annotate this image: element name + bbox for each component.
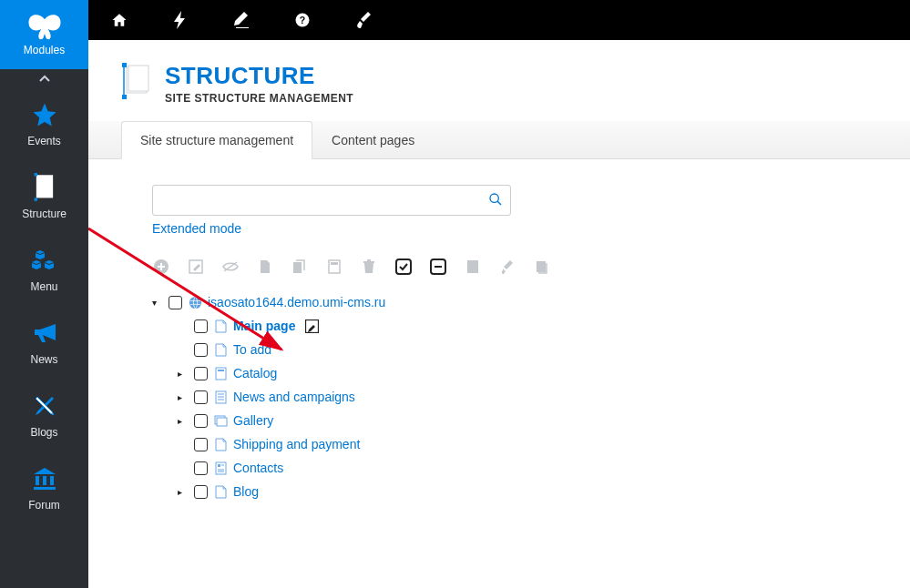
minus-square-icon: [430, 259, 446, 275]
svg-rect-20: [467, 260, 478, 273]
tree-checkbox[interactable]: [194, 390, 208, 404]
svg-rect-0: [36, 175, 52, 198]
toolbar-ext2[interactable]: [498, 258, 516, 276]
chevron-up-icon: [38, 74, 51, 83]
tree-item-shipping[interactable]: Shipping and payment: [233, 437, 360, 451]
toolbar-template[interactable]: [325, 258, 343, 276]
toolbar-checkall[interactable]: [394, 258, 413, 276]
butterfly-icon: [26, 13, 64, 42]
sidebar-item-label: Structure: [22, 208, 66, 220]
tree-row: ▸ Catalog: [178, 361, 910, 385]
copy-icon: [292, 259, 307, 274]
sidebar-item-label: Menu: [30, 280, 57, 293]
svg-rect-23: [216, 368, 226, 380]
svg-point-10: [490, 194, 498, 202]
toolbar-edit[interactable]: [187, 258, 205, 276]
plus-circle-icon: [153, 259, 169, 275]
template-icon: [328, 259, 341, 274]
tree-checkbox[interactable]: [194, 367, 208, 380]
search-icon[interactable]: [488, 192, 503, 209]
sidebar-header-label: Modules: [24, 44, 65, 56]
stack-icon: [535, 259, 549, 274]
page-icon: [213, 319, 228, 333]
tree-item-catalog[interactable]: Catalog: [233, 366, 277, 380]
tree-row: ▸ Main page: [178, 314, 910, 338]
tree-checkbox[interactable]: [194, 343, 208, 357]
bolt-icon: [174, 11, 187, 29]
svg-rect-32: [218, 464, 220, 467]
toolbar-copy1[interactable]: [256, 258, 274, 276]
tree-checkbox[interactable]: [169, 296, 182, 309]
tree-checkbox[interactable]: [194, 438, 208, 451]
tree-item-blog[interactable]: Blog: [233, 484, 259, 499]
tree: ▾ isaosato1644.demo.umi-cms.ru ▸ Main pa…: [152, 290, 910, 503]
svg-rect-30: [217, 418, 227, 426]
tree-item-main-page[interactable]: Main page: [233, 319, 295, 333]
tree-checkbox[interactable]: [194, 319, 208, 333]
sidebar-collapse[interactable]: [0, 69, 88, 87]
toolbar-visibility[interactable]: [221, 258, 240, 276]
tree-row: ▸ Contacts: [178, 456, 910, 480]
megaphone-icon: [31, 319, 58, 348]
home-icon: [111, 12, 128, 28]
topbar-cache[interactable]: [149, 0, 210, 40]
extended-mode-link[interactable]: Extended mode: [152, 221, 910, 236]
svg-rect-7: [122, 63, 127, 67]
tree-checkbox[interactable]: [194, 414, 208, 428]
tab-structure-management[interactable]: Site structure management: [121, 121, 312, 159]
sidebar-item-menu[interactable]: Menu: [0, 233, 88, 306]
topbar-help[interactable]: ?: [271, 0, 332, 40]
tree-arrow-down[interactable]: ▾: [152, 298, 163, 308]
tree-item-news[interactable]: News and campaigns: [233, 390, 355, 404]
page-icon: [213, 437, 228, 451]
sidebar-item-events[interactable]: Events: [0, 87, 88, 160]
topbar-brush[interactable]: [332, 0, 394, 40]
toolbar-delete[interactable]: [360, 258, 378, 276]
sidebar-item-news[interactable]: News: [0, 306, 88, 379]
sidebar-modules-header[interactable]: Modules: [0, 0, 88, 69]
toolbar-add[interactable]: [152, 258, 170, 276]
page-title: STRUCTURE: [165, 62, 353, 90]
toolbar-ext3[interactable]: [533, 258, 551, 276]
tree-arrow[interactable]: ▸: [178, 416, 189, 426]
edit-inline-icon[interactable]: [304, 319, 319, 333]
page-icon: [213, 484, 228, 499]
svg-line-11: [497, 201, 501, 205]
tree-root-link[interactable]: isaosato1644.demo.umi-cms.ru: [208, 295, 385, 309]
toolbar-copy2[interactable]: [291, 258, 309, 276]
page-header: STRUCTURE SITE STRUCTURE MANAGEMENT: [88, 40, 910, 121]
search-box: [152, 185, 511, 216]
check-square-icon: [395, 259, 412, 275]
toolbar-ext1[interactable]: [464, 258, 482, 276]
tree-item-to-add[interactable]: To add: [233, 342, 271, 357]
news-icon: [213, 390, 228, 404]
toolbar: [152, 258, 910, 276]
tree-row: ▸ Blog: [178, 480, 910, 503]
tree-checkbox[interactable]: [194, 461, 208, 475]
search-input[interactable]: [160, 193, 488, 208]
page-header-icon: [121, 62, 152, 100]
tabs: Site structure management Content pages: [88, 121, 910, 159]
brush-small-icon: [501, 259, 514, 274]
tab-content-pages[interactable]: Content pages: [312, 121, 434, 159]
sidebar-item-label: Events: [27, 135, 61, 147]
svg-rect-31: [216, 462, 226, 474]
tree-item-contacts[interactable]: Contacts: [233, 461, 283, 475]
file-check-icon: [466, 259, 479, 274]
topbar: ?: [88, 0, 910, 40]
tree-arrow[interactable]: ▸: [178, 392, 189, 402]
topbar-edit[interactable]: [210, 0, 271, 40]
sidebar-item-blogs[interactable]: Blogs: [0, 379, 88, 451]
tree-arrow[interactable]: ▸: [178, 487, 189, 497]
svg-rect-8: [122, 95, 127, 99]
sidebar-item-structure[interactable]: Structure: [0, 160, 88, 233]
topbar-home[interactable]: [88, 0, 149, 40]
tree-arrow[interactable]: ▸: [178, 369, 189, 379]
tree-item-gallery[interactable]: Gallery: [233, 413, 273, 428]
sidebar-item-forum[interactable]: Forum: [0, 451, 88, 524]
toolbar-uncheckall[interactable]: [429, 258, 447, 276]
svg-rect-17: [396, 259, 411, 274]
tree-row: ▸ Gallery: [178, 409, 910, 432]
tree-checkbox[interactable]: [194, 485, 208, 499]
eye-off-icon: [221, 260, 240, 273]
